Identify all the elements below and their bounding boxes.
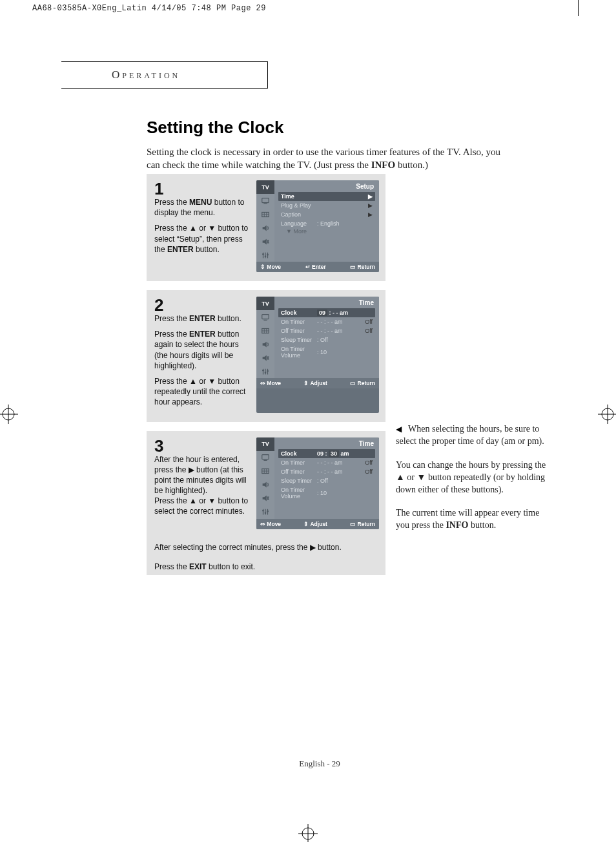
osd-row: On Timer - - : - - am Off <box>278 317 375 326</box>
step-number: 3 <box>154 437 250 454</box>
osd-tab-icon <box>256 465 274 478</box>
svg-point-34 <box>262 369 264 371</box>
svg-rect-23 <box>262 314 269 319</box>
osd-row: Caption ▶ <box>278 210 375 219</box>
osd-hint-return: ▭ Return <box>350 380 375 386</box>
step-number: 2 <box>154 297 250 313</box>
svg-rect-37 <box>262 455 269 459</box>
osd-tab-icon <box>256 248 274 262</box>
osd-row: Clock 09 : - - am <box>278 308 375 317</box>
page-content: Operation Setting the Clock Setting the … <box>61 16 578 830</box>
step-block: 3 After the hour is entered, press the ▶… <box>147 431 385 538</box>
osd-tab-icon <box>256 451 274 465</box>
side-note: You can change the hours by pressing the… <box>396 459 551 496</box>
osd-title: Time <box>278 439 375 449</box>
osd-row: On Timer Volume : 10 <box>278 344 375 360</box>
osd-row: Sleep Timer : Off <box>278 335 375 344</box>
osd-tabs: TV <box>256 180 274 262</box>
osd-row: Clock 09 : 30 am <box>278 449 375 458</box>
osd-hint-mid: ↵ Enter <box>305 264 326 270</box>
osd-row: Off Timer - - : - - am Off <box>278 326 375 335</box>
step-block: 1 Press the MENU button to display the m… <box>147 174 385 281</box>
osd-tab-icon <box>256 364 274 378</box>
step-block: 2 Press the ENTER button.Press the ENTER… <box>147 290 385 422</box>
print-header: AA68-03585A-X0Eng_Latin 4/14/05 7:48 PM … <box>32 4 266 13</box>
svg-point-21 <box>265 255 267 257</box>
side-notes: When selecting the hours, be sure to sel… <box>396 423 551 543</box>
intro-text: Setting the clock is necessary in order … <box>147 145 508 172</box>
osd-tab-tv: TV <box>256 437 274 451</box>
osd-screenshot: TV Setup Time ▶ Plug & Play ▶ Caption ▶ … <box>256 180 379 272</box>
osd-tab-icon <box>256 337 274 351</box>
osd-tab-icon <box>256 207 274 221</box>
step-extra: After selecting the correct minutes, pre… <box>147 538 385 576</box>
osd-tab-icon <box>256 478 274 492</box>
osd-hint-return: ▭ Return <box>350 521 375 527</box>
osd-bottom-bar: ⇔ Move ⇕ Adjust ▭ Return <box>256 519 379 529</box>
osd-screenshot: TV Time Clock 09 : - - am On Timer - - :… <box>256 297 379 413</box>
svg-point-36 <box>267 370 269 372</box>
osd-tab-tv: TV <box>256 297 274 310</box>
osd-tab-icon <box>256 505 274 519</box>
osd-tab-tv: TV <box>256 180 274 194</box>
svg-point-50 <box>267 510 269 512</box>
step-body: 3 After the hour is entered, press the ▶… <box>154 437 250 529</box>
osd-tab-icon <box>256 324 274 337</box>
svg-point-22 <box>267 253 269 255</box>
osd-tab-icon <box>256 492 274 505</box>
osd-row: Sleep Timer : Off <box>278 476 375 485</box>
step-body: 1 Press the MENU button to display the m… <box>154 180 250 272</box>
side-note: When selecting the hours, be sure to sel… <box>396 423 551 448</box>
svg-point-49 <box>265 512 267 514</box>
osd-tab-icon <box>256 194 274 207</box>
page-title: Setting the Clock <box>147 118 283 138</box>
crop-mark <box>578 0 579 16</box>
osd-row: Off Timer - - : - - am Off <box>278 467 375 476</box>
page-footer: English - 29 <box>61 759 578 769</box>
osd-row: Plug & Play ▶ <box>278 201 375 210</box>
osd-hint-return: ▭ Return <box>350 264 375 270</box>
osd-screenshot: TV Time Clock 09 : 30 am On Timer - - : … <box>256 437 379 529</box>
osd-bottom-bar: ⇕ Move ↵ Enter ▭ Return <box>256 262 379 272</box>
svg-point-35 <box>265 372 267 374</box>
section-header: Operation <box>61 61 268 89</box>
osd-tabs: TV <box>256 297 274 378</box>
osd-row: On Timer Volume : 10 <box>278 485 375 501</box>
side-note: The current time will appear every time … <box>396 507 551 532</box>
svg-point-20 <box>262 253 264 255</box>
osd-bottom-bar: ⇔ Move ⇕ Adjust ▭ Return <box>256 378 379 388</box>
step-body: 2 Press the ENTER button.Press the ENTER… <box>154 297 250 413</box>
osd-more: More <box>278 228 375 235</box>
registration-mark-icon <box>0 405 18 424</box>
osd-row: Time ▶ <box>278 192 375 201</box>
osd-tab-icon <box>256 235 274 248</box>
osd-row: On Timer - - : - - am Off <box>278 458 375 467</box>
osd-tab-icon <box>256 310 274 324</box>
osd-title: Time <box>278 299 375 308</box>
osd-hint-mid: ⇕ Adjust <box>303 521 327 527</box>
osd-title: Setup <box>278 182 375 192</box>
steps-column: 1 Press the MENU button to display the m… <box>147 174 385 584</box>
osd-tabs: TV <box>256 437 274 519</box>
osd-hint-move: ⇕ Move <box>260 264 281 270</box>
osd-hint-mid: ⇕ Adjust <box>303 380 327 386</box>
osd-tab-icon <box>256 221 274 235</box>
svg-rect-9 <box>262 198 269 202</box>
osd-hint-move: ⇔ Move <box>260 521 281 527</box>
osd-hint-move: ⇔ Move <box>260 380 281 386</box>
registration-mark-icon <box>598 405 616 424</box>
osd-tab-icon <box>256 351 274 364</box>
svg-point-48 <box>262 510 264 512</box>
step-number: 1 <box>154 180 250 197</box>
osd-row: Language : English <box>278 219 375 228</box>
